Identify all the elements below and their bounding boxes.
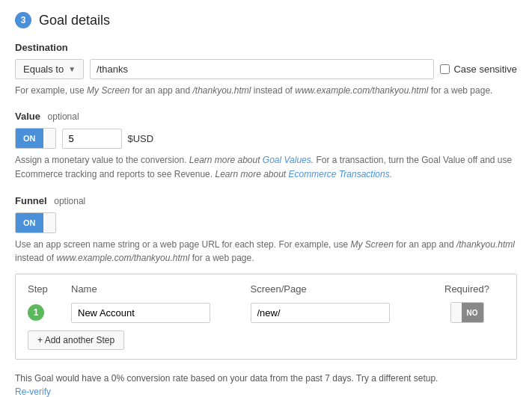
re-verify-link[interactable]: Re-verify	[15, 387, 51, 397]
value-optional: optional	[48, 111, 79, 122]
case-sensitive-checkbox[interactable]	[440, 64, 450, 74]
footer-note: This Goal would have a 0% conversion rat…	[15, 372, 517, 397]
destination-section: Destination Equals to ▼ Case sensitive F…	[15, 42, 517, 97]
add-step-button[interactable]: + Add another Step	[28, 330, 124, 350]
col-required-header: Required?	[429, 283, 504, 295]
dropdown-arrow-icon: ▼	[68, 65, 76, 73]
table-row: 1 NO	[28, 302, 504, 323]
funnel-toggle-on[interactable]: ON	[16, 213, 43, 233]
step-badge: 3	[15, 12, 31, 28]
destination-hint: For example, use My Screen for an app an…	[15, 84, 517, 97]
value-section: Value optional ON $USD Assign a monetary…	[15, 111, 517, 182]
case-sensitive-wrap: Case sensitive	[440, 64, 517, 75]
equals-to-dropdown[interactable]: Equals to ▼	[15, 59, 84, 79]
value-input-row: ON $USD	[15, 128, 517, 149]
funnel-table: Step Name Screen/Page Required? 1 NO + A	[15, 274, 517, 360]
case-sensitive-label: Case sensitive	[453, 64, 517, 75]
destination-url-input[interactable]	[90, 59, 434, 79]
funnel-label: Funnel optional	[15, 195, 517, 206]
step-screen-cell	[251, 303, 424, 323]
currency-label: $USD	[128, 133, 154, 144]
required-toggle-yes[interactable]	[451, 303, 462, 322]
step-required-cell: NO	[429, 302, 504, 323]
col-screen-header: Screen/Page	[251, 283, 424, 295]
goal-values-link[interactable]: Goal Values	[263, 155, 311, 165]
step-name-input[interactable]	[71, 303, 210, 323]
col-step-header: Step	[28, 283, 65, 295]
destination-label: Destination	[15, 42, 517, 53]
page-title: Goal details	[39, 13, 110, 28]
page-header: 3 Goal details	[15, 12, 517, 28]
col-name-header: Name	[71, 283, 245, 295]
funnel-toggle-row: ON	[15, 212, 517, 233]
value-toggle-off[interactable]	[43, 129, 55, 148]
funnel-hint: Use an app screen name string or a web p…	[15, 238, 517, 265]
required-toggle[interactable]: NO	[450, 302, 484, 323]
funnel-toggle-off[interactable]	[43, 213, 55, 233]
footer-note-text: This Goal would have a 0% conversion rat…	[15, 373, 438, 384]
destination-row: Equals to ▼ Case sensitive	[15, 59, 517, 79]
funnel-optional: optional	[54, 196, 85, 206]
required-toggle-no[interactable]: NO	[462, 303, 483, 322]
funnel-section: Funnel optional ON Use an app screen nam…	[15, 195, 517, 360]
value-amount-input[interactable]	[62, 129, 122, 149]
funnel-header-row: Step Name Screen/Page Required?	[28, 283, 504, 295]
ecommerce-link[interactable]: Ecommerce Transactions	[289, 169, 390, 179]
funnel-toggle[interactable]: ON	[15, 212, 56, 233]
step-number-cell: 1	[28, 304, 65, 321]
step-screen-input[interactable]	[251, 303, 390, 323]
step-name-cell	[71, 303, 245, 323]
value-toggle-on[interactable]: ON	[16, 129, 43, 148]
assign-text: Assign a monetary value to the conversio…	[15, 153, 517, 182]
step-num-badge: 1	[28, 304, 44, 321]
value-toggle[interactable]: ON	[15, 128, 56, 149]
value-label: Value optional	[15, 111, 517, 122]
